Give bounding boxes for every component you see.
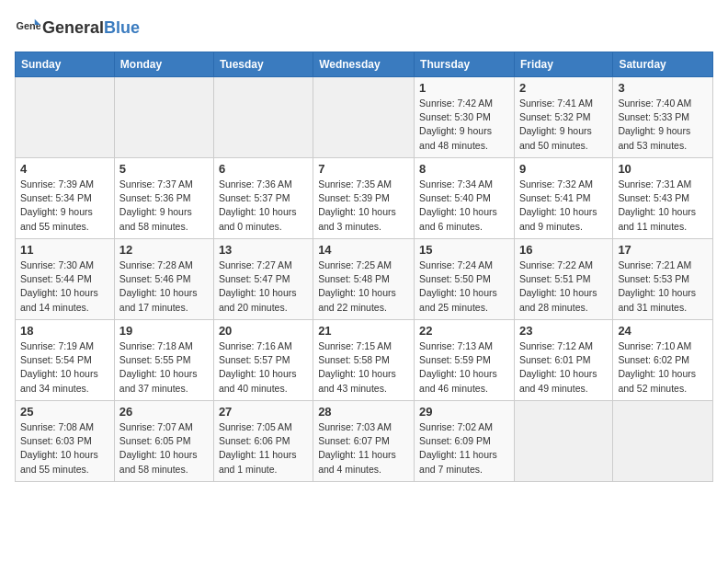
day-detail: Sunrise: 7:08 AM Sunset: 6:03 PM Dayligh… [20, 420, 109, 477]
calendar-cell [16, 77, 115, 158]
calendar-cell: 21Sunrise: 7:15 AM Sunset: 5:58 PM Dayli… [313, 320, 415, 401]
calendar-table: SundayMondayTuesdayWednesdayThursdayFrid… [15, 52, 713, 482]
calendar-cell [213, 77, 313, 158]
day-number: 29 [419, 405, 509, 419]
day-number: 9 [519, 162, 608, 176]
day-detail: Sunrise: 7:36 AM Sunset: 5:37 PM Dayligh… [219, 178, 308, 234]
calendar-cell: 26Sunrise: 7:07 AM Sunset: 6:05 PM Dayli… [114, 401, 213, 482]
calendar-cell: 3Sunrise: 7:40 AM Sunset: 5:33 PM Daylig… [613, 77, 713, 158]
weekday-header: Sunday [16, 52, 115, 77]
weekday-header: Tuesday [213, 52, 313, 77]
calendar-cell [114, 77, 213, 158]
calendar-week-row: 18Sunrise: 7:19 AM Sunset: 5:54 PM Dayli… [16, 320, 713, 401]
day-number: 1 [419, 81, 509, 95]
day-number: 20 [219, 324, 308, 338]
calendar-cell: 22Sunrise: 7:13 AM Sunset: 5:59 PM Dayli… [415, 320, 515, 401]
day-number: 11 [20, 243, 109, 257]
calendar-cell: 11Sunrise: 7:30 AM Sunset: 5:44 PM Dayli… [16, 239, 115, 320]
day-detail: Sunrise: 7:16 AM Sunset: 5:57 PM Dayligh… [219, 339, 308, 396]
logo-blue-text: Blue [104, 18, 140, 37]
day-detail: Sunrise: 7:19 AM Sunset: 5:54 PM Dayligh… [20, 339, 109, 396]
calendar-cell: 12Sunrise: 7:28 AM Sunset: 5:46 PM Dayli… [114, 239, 213, 320]
day-number: 7 [318, 162, 409, 176]
day-detail: Sunrise: 7:05 AM Sunset: 6:06 PM Dayligh… [219, 420, 308, 477]
calendar-cell: 17Sunrise: 7:21 AM Sunset: 5:53 PM Dayli… [613, 239, 713, 320]
day-number: 5 [119, 162, 209, 176]
calendar-week-row: 1Sunrise: 7:42 AM Sunset: 5:30 PM Daylig… [16, 77, 713, 158]
day-number: 18 [20, 324, 109, 338]
calendar-cell: 27Sunrise: 7:05 AM Sunset: 6:06 PM Dayli… [213, 401, 313, 482]
day-detail: Sunrise: 7:07 AM Sunset: 6:05 PM Dayligh… [119, 420, 209, 477]
calendar-cell: 13Sunrise: 7:27 AM Sunset: 5:47 PM Dayli… [213, 239, 313, 320]
logo-general-text: General [42, 18, 104, 37]
calendar-cell: 29Sunrise: 7:02 AM Sunset: 6:09 PM Dayli… [415, 401, 515, 482]
calendar-cell: 9Sunrise: 7:32 AM Sunset: 5:41 PM Daylig… [514, 158, 612, 239]
calendar-cell: 14Sunrise: 7:25 AM Sunset: 5:48 PM Dayli… [313, 239, 415, 320]
logo-icon: General [15, 15, 40, 40]
calendar-week-row: 11Sunrise: 7:30 AM Sunset: 5:44 PM Dayli… [16, 239, 713, 320]
calendar-cell [613, 401, 713, 482]
calendar-cell [514, 401, 612, 482]
day-number: 12 [119, 243, 209, 257]
day-detail: Sunrise: 7:13 AM Sunset: 5:59 PM Dayligh… [419, 339, 509, 396]
day-detail: Sunrise: 7:21 AM Sunset: 5:53 PM Dayligh… [618, 259, 708, 315]
calendar-cell: 6Sunrise: 7:36 AM Sunset: 5:37 PM Daylig… [213, 158, 313, 239]
day-detail: Sunrise: 7:32 AM Sunset: 5:41 PM Dayligh… [519, 178, 608, 234]
day-detail: Sunrise: 7:18 AM Sunset: 5:55 PM Dayligh… [119, 339, 209, 396]
calendar-cell: 18Sunrise: 7:19 AM Sunset: 5:54 PM Dayli… [16, 320, 115, 401]
calendar-cell: 7Sunrise: 7:35 AM Sunset: 5:39 PM Daylig… [313, 158, 415, 239]
day-number: 2 [519, 81, 608, 95]
calendar-cell: 8Sunrise: 7:34 AM Sunset: 5:40 PM Daylig… [415, 158, 515, 239]
day-number: 26 [119, 405, 209, 419]
day-detail: Sunrise: 7:31 AM Sunset: 5:43 PM Dayligh… [618, 178, 708, 234]
day-number: 14 [318, 243, 409, 257]
day-detail: Sunrise: 7:22 AM Sunset: 5:51 PM Dayligh… [519, 259, 608, 315]
day-number: 27 [219, 405, 308, 419]
calendar-cell: 23Sunrise: 7:12 AM Sunset: 6:01 PM Dayli… [514, 320, 612, 401]
day-number: 28 [318, 405, 409, 419]
day-number: 15 [419, 243, 509, 257]
day-number: 6 [219, 162, 308, 176]
weekday-header: Thursday [415, 52, 515, 77]
calendar-cell: 5Sunrise: 7:37 AM Sunset: 5:36 PM Daylig… [114, 158, 213, 239]
calendar-cell: 2Sunrise: 7:41 AM Sunset: 5:32 PM Daylig… [514, 77, 612, 158]
calendar-week-row: 25Sunrise: 7:08 AM Sunset: 6:03 PM Dayli… [16, 401, 713, 482]
day-detail: Sunrise: 7:28 AM Sunset: 5:46 PM Dayligh… [119, 259, 209, 315]
calendar-cell: 19Sunrise: 7:18 AM Sunset: 5:55 PM Dayli… [114, 320, 213, 401]
day-number: 23 [519, 324, 608, 338]
day-number: 24 [618, 324, 708, 338]
day-number: 21 [318, 324, 409, 338]
day-detail: Sunrise: 7:34 AM Sunset: 5:40 PM Dayligh… [419, 178, 509, 234]
day-number: 22 [419, 324, 509, 338]
day-detail: Sunrise: 7:27 AM Sunset: 5:47 PM Dayligh… [219, 259, 308, 315]
calendar-cell: 4Sunrise: 7:39 AM Sunset: 5:34 PM Daylig… [16, 158, 115, 239]
day-detail: Sunrise: 7:42 AM Sunset: 5:30 PM Dayligh… [419, 97, 509, 153]
day-number: 19 [119, 324, 209, 338]
logo: General GeneralBlue [15, 15, 140, 40]
day-number: 13 [219, 243, 308, 257]
calendar-header-row: SundayMondayTuesdayWednesdayThursdayFrid… [16, 52, 713, 77]
day-detail: Sunrise: 7:37 AM Sunset: 5:36 PM Dayligh… [119, 178, 209, 234]
calendar-cell [313, 77, 415, 158]
day-detail: Sunrise: 7:39 AM Sunset: 5:34 PM Dayligh… [20, 178, 109, 234]
day-number: 10 [618, 162, 708, 176]
day-number: 25 [20, 405, 109, 419]
day-detail: Sunrise: 7:02 AM Sunset: 6:09 PM Dayligh… [419, 420, 509, 477]
day-detail: Sunrise: 7:10 AM Sunset: 6:02 PM Dayligh… [618, 339, 708, 396]
calendar-cell: 20Sunrise: 7:16 AM Sunset: 5:57 PM Dayli… [213, 320, 313, 401]
calendar-cell: 16Sunrise: 7:22 AM Sunset: 5:51 PM Dayli… [514, 239, 612, 320]
calendar-cell: 10Sunrise: 7:31 AM Sunset: 5:43 PM Dayli… [613, 158, 713, 239]
day-detail: Sunrise: 7:25 AM Sunset: 5:48 PM Dayligh… [318, 259, 409, 315]
page-header: General GeneralBlue [15, 15, 713, 40]
weekday-header: Wednesday [313, 52, 415, 77]
calendar-cell: 25Sunrise: 7:08 AM Sunset: 6:03 PM Dayli… [16, 401, 115, 482]
calendar-cell: 15Sunrise: 7:24 AM Sunset: 5:50 PM Dayli… [415, 239, 515, 320]
day-number: 3 [618, 81, 708, 95]
calendar-cell: 24Sunrise: 7:10 AM Sunset: 6:02 PM Dayli… [613, 320, 713, 401]
day-detail: Sunrise: 7:12 AM Sunset: 6:01 PM Dayligh… [519, 339, 608, 396]
day-detail: Sunrise: 7:24 AM Sunset: 5:50 PM Dayligh… [419, 259, 509, 315]
weekday-header: Monday [114, 52, 213, 77]
day-detail: Sunrise: 7:40 AM Sunset: 5:33 PM Dayligh… [618, 97, 708, 153]
day-detail: Sunrise: 7:41 AM Sunset: 5:32 PM Dayligh… [519, 97, 608, 153]
calendar-cell: 28Sunrise: 7:03 AM Sunset: 6:07 PM Dayli… [313, 401, 415, 482]
